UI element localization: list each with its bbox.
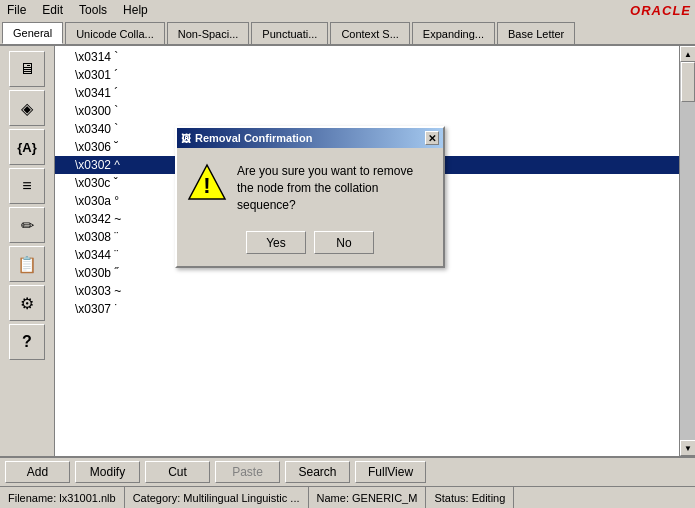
modify-button[interactable]: Modify xyxy=(75,461,140,483)
scroll-up-button[interactable]: ▲ xyxy=(680,46,695,62)
shape-icon: ◈ xyxy=(21,99,33,118)
left-toolbar: 🖥 ◈ {A} ≡ ✏ 📋 ⚙ ? xyxy=(0,46,55,456)
menubar-left: File Edit Tools Help xyxy=(4,2,151,18)
dialog-overlay: 🖼 Removal Confirmation ✕ ! Are you sure … xyxy=(55,46,679,456)
tab-unicode[interactable]: Unicode Colla... xyxy=(65,22,165,44)
warning-icon: ! xyxy=(187,163,227,203)
tab-general[interactable]: General xyxy=(2,22,63,44)
pencil-icon: ✏ xyxy=(21,216,34,235)
toolbar-btn-shape[interactable]: ◈ xyxy=(9,90,45,126)
status-filename: Filename: lx31001.nlb xyxy=(0,487,125,508)
toolbar-btn-list[interactable]: ≡ xyxy=(9,168,45,204)
tab-context[interactable]: Context S... xyxy=(330,22,409,44)
menubar: File Edit Tools Help ORACLE xyxy=(0,0,695,20)
oracle-logo: ORACLE xyxy=(630,3,691,18)
list-icon: ≡ xyxy=(22,177,31,195)
add-button[interactable]: Add xyxy=(5,461,70,483)
dialog-no-button[interactable]: No xyxy=(314,231,374,254)
scroll-track[interactable] xyxy=(680,62,695,440)
dialog-buttons: Yes No xyxy=(177,223,443,266)
action-bar: Add Modify Cut Paste Search FullView xyxy=(0,456,695,486)
menu-file[interactable]: File xyxy=(4,2,29,18)
content-area: \x0314 ` \x0301 ´ \x0341 ´ \x0300 ` \x03… xyxy=(55,46,679,456)
status-name: Name: GENERIC_M xyxy=(309,487,427,508)
main-container: 🖥 ◈ {A} ≡ ✏ 📋 ⚙ ? \x0314 ` \x0301 ´ \x03… xyxy=(0,46,695,456)
dialog-close-button[interactable]: ✕ xyxy=(425,131,439,145)
tab-baseletter[interactable]: Base Letter xyxy=(497,22,575,44)
question-icon: ? xyxy=(22,333,32,351)
removal-confirmation-dialog: 🖼 Removal Confirmation ✕ ! Are you sure … xyxy=(175,126,445,268)
dialog-titlebar: 🖼 Removal Confirmation ✕ xyxy=(177,128,443,148)
book-icon: 📋 xyxy=(17,255,37,274)
braces-icon: {A} xyxy=(17,140,37,155)
toolbar-btn-braces[interactable]: {A} xyxy=(9,129,45,165)
scroll-down-button[interactable]: ▼ xyxy=(680,440,695,456)
dialog-message: Are you sure you want to remove the node… xyxy=(237,163,433,213)
tab-nonspacing[interactable]: Non-Spaci... xyxy=(167,22,250,44)
dialog-content: ! Are you sure you want to remove the no… xyxy=(177,148,443,223)
scroll-thumb[interactable] xyxy=(681,62,695,102)
menu-tools[interactable]: Tools xyxy=(76,2,110,18)
tab-expanding[interactable]: Expanding... xyxy=(412,22,495,44)
tab-punctuation[interactable]: Punctuati... xyxy=(251,22,328,44)
status-category: Category: Multilingual Linguistic ... xyxy=(125,487,309,508)
search-button[interactable]: Search xyxy=(285,461,350,483)
toolbar-btn-pencil[interactable]: ✏ xyxy=(9,207,45,243)
scrollbar[interactable]: ▲ ▼ xyxy=(679,46,695,456)
toolbar-btn-computer[interactable]: 🖥 xyxy=(9,51,45,87)
computer-icon: 🖥 xyxy=(19,60,35,78)
toolbar-btn-question[interactable]: ? xyxy=(9,324,45,360)
svg-text:!: ! xyxy=(203,173,210,198)
dialog-yes-button[interactable]: Yes xyxy=(246,231,306,254)
toolbar-btn-book[interactable]: 📋 xyxy=(9,246,45,282)
tabbar: General Unicode Colla... Non-Spaci... Pu… xyxy=(0,20,695,46)
status-bar: Filename: lx31001.nlb Category: Multilin… xyxy=(0,486,695,508)
menu-edit[interactable]: Edit xyxy=(39,2,66,18)
menu-help[interactable]: Help xyxy=(120,2,151,18)
toolbar-btn-gear[interactable]: ⚙ xyxy=(9,285,45,321)
status-editing: Status: Editing xyxy=(426,487,514,508)
paste-button[interactable]: Paste xyxy=(215,461,280,483)
gear-icon: ⚙ xyxy=(20,294,34,313)
cut-button[interactable]: Cut xyxy=(145,461,210,483)
dialog-title: Removal Confirmation xyxy=(195,132,312,144)
dialog-icon: 🖼 xyxy=(181,133,191,144)
fullview-button[interactable]: FullView xyxy=(355,461,426,483)
